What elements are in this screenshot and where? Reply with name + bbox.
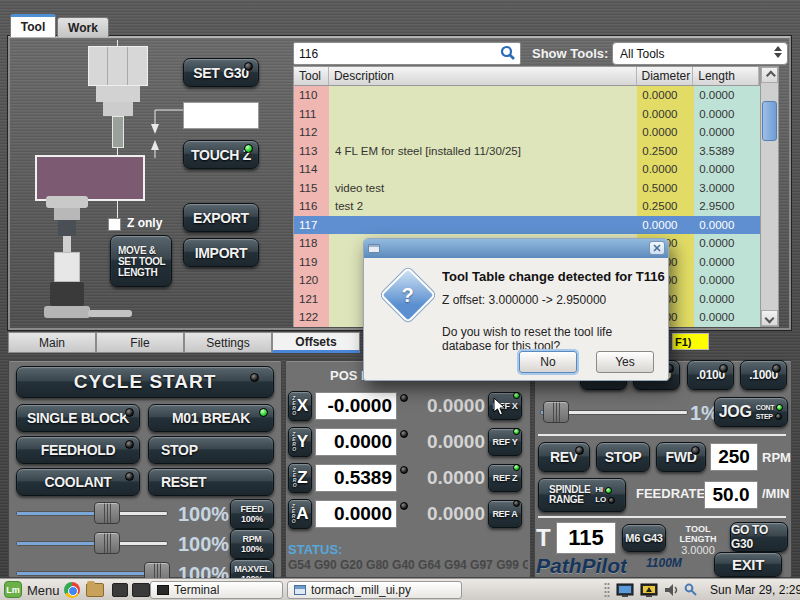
rpm-100-button[interactable]: RPM 100% (230, 529, 274, 559)
table-row[interactable]: 1134 FL EM for steel [installed 11/30/25… (294, 142, 760, 161)
mint-menu-icon[interactable]: Lm (4, 581, 22, 598)
ref-z-button[interactable]: REF Z (488, 464, 522, 492)
rpm-entry[interactable] (710, 443, 758, 471)
display-warning-icon[interactable] (640, 583, 660, 598)
step-0100-button[interactable]: .0100 (687, 360, 734, 390)
col-length[interactable]: Length (693, 67, 759, 85)
slider-handle[interactable] (94, 502, 120, 524)
no-button[interactable]: No (519, 351, 577, 373)
table-scrollbar[interactable] (760, 66, 779, 327)
taskbar: Lm Menu Terminal tormach_mill_ui.py Sun … (0, 578, 800, 600)
search-icon (500, 45, 516, 61)
jog-cont-led (776, 404, 783, 411)
jog-speed-slider[interactable] (540, 410, 688, 415)
dro-y-entry[interactable] (315, 428, 397, 456)
go-to-g30-button[interactable]: GO TO G30 (730, 522, 788, 552)
zero-a-button[interactable]: ZEROA (288, 499, 312, 529)
task-tormach-mill-ui[interactable]: tormach_mill_ui.py (287, 581, 462, 599)
col-tool[interactable]: Tool (294, 67, 329, 85)
tool-number-entry[interactable] (556, 522, 616, 554)
ref-a-button[interactable]: REF A (488, 500, 522, 528)
spindle-stop-button[interactable]: STOP (596, 442, 650, 472)
table-row[interactable]: 1140.00000.0000 (294, 160, 760, 179)
yes-button[interactable]: Yes (596, 351, 654, 373)
coolant-button[interactable]: COOLANT (16, 468, 140, 496)
col-diameter[interactable]: Diameter (637, 67, 694, 85)
display-settings-icon[interactable] (616, 583, 636, 598)
feedhold-button[interactable]: FEEDHOLD (16, 436, 140, 464)
touch-z-led (244, 144, 253, 153)
table-row[interactable]: 1120.00000.0000 (294, 123, 760, 142)
maxvel-override-slider[interactable] (16, 571, 168, 576)
volume-icon[interactable] (664, 583, 680, 598)
slider-handle[interactable] (543, 401, 569, 423)
ref-y-button[interactable]: REF Y (488, 428, 522, 456)
move-set-tool-length-button[interactable]: MOVE & SET TOOL LENGTH (110, 235, 172, 287)
m6-g43-button[interactable]: M6 G43 (622, 524, 666, 552)
feedhold-label: FEEDHOLD (41, 442, 116, 458)
menu-button[interactable]: Menu (27, 583, 60, 598)
feed-override-slider[interactable] (16, 511, 168, 516)
import-button[interactable]: IMPORT (183, 238, 259, 267)
spindle-rev-button[interactable]: REV (538, 442, 590, 472)
tab-tool[interactable]: Tool (10, 14, 56, 37)
tool-shank-graphic (112, 116, 124, 148)
zero-x-button[interactable]: ZEROX (288, 391, 312, 421)
stop-button[interactable]: STOP (148, 436, 274, 464)
dro-x-entry[interactable] (315, 392, 397, 420)
dro-a-entry[interactable] (315, 500, 397, 528)
rpm-100-label2: 100% (241, 544, 263, 554)
scroll-down-icon[interactable] (761, 310, 778, 326)
z-only-checkbox[interactable] (108, 218, 121, 231)
dialog-titlebar[interactable] (364, 239, 668, 258)
touch-z-button[interactable]: TOUCH Z (183, 140, 259, 169)
dro-z-entry[interactable] (315, 464, 397, 492)
touch-z-entry[interactable] (183, 102, 259, 129)
tab-offsets[interactable]: Offsets (272, 332, 360, 353)
chrome-icon[interactable] (64, 582, 80, 598)
feedrate-entry[interactable] (704, 481, 758, 509)
coolant-led (125, 472, 134, 481)
zero-z-button[interactable]: ZEROZ (288, 463, 312, 493)
table-row[interactable]: 1110.00000.0000 (294, 105, 760, 124)
tab-settings[interactable]: Settings (184, 332, 272, 353)
tab-main[interactable]: Main (8, 332, 96, 353)
tool-search-input[interactable] (293, 42, 521, 65)
set-g30-button[interactable]: SET G30 (183, 58, 259, 87)
table-row-selected[interactable]: 1170.00000.0000 (294, 216, 760, 235)
export-button[interactable]: EXPORT (183, 203, 259, 232)
clock[interactable]: Sun Mar 29, 2:29:56 PM (710, 583, 800, 597)
feed-100-button[interactable]: FEED 100% (230, 499, 274, 529)
task-terminal[interactable]: Terminal (150, 581, 283, 599)
single-block-button[interactable]: SINGLE BLOCK (16, 404, 140, 432)
spindle-range-button[interactable]: SPINDLE RANGE HI LO (538, 478, 626, 512)
table-row[interactable]: 115video test0.50003.0000 (294, 179, 760, 198)
dropdown-spinner-icon (774, 46, 782, 58)
slider-handle[interactable] (94, 532, 120, 554)
reset-button[interactable]: RESET (148, 468, 274, 496)
printer-tray-icon[interactable] (112, 583, 128, 597)
m01-break-button[interactable]: M01 BREAK (148, 404, 274, 432)
tab-file[interactable]: File (96, 332, 184, 353)
show-tools-dropdown[interactable]: All Tools (612, 42, 788, 65)
hi-label: HI (595, 486, 602, 494)
cycle-start-button[interactable]: CYCLE START (16, 366, 274, 398)
table-row[interactable]: 1100.00000.0000 (294, 86, 760, 105)
table-row[interactable]: 116test 20.25002.9500 (294, 197, 760, 216)
scroll-up-icon[interactable] (761, 67, 778, 83)
show-tools-value: All Tools (620, 47, 664, 61)
terminal-launcher-icon[interactable] (132, 583, 150, 597)
zero-y-button[interactable]: ZEROY (288, 427, 312, 457)
tab-work[interactable]: Work (57, 17, 109, 37)
exit-button[interactable]: EXIT (714, 552, 782, 577)
jog-cont-step-button[interactable]: JOG CONT STEP (714, 397, 788, 427)
step-1000-button[interactable]: .1000 (740, 360, 787, 390)
dialog-close-icon[interactable] (649, 241, 665, 255)
touch-z-label: TOUCH Z (191, 147, 251, 163)
scrollbar-thumb[interactable] (762, 101, 777, 141)
col-description[interactable]: Description (329, 67, 637, 85)
spindle-fwd-button[interactable]: FWD (656, 442, 706, 472)
key-icon[interactable] (684, 583, 698, 598)
file-manager-icon[interactable] (86, 583, 104, 597)
rpm-override-slider[interactable] (16, 541, 168, 546)
